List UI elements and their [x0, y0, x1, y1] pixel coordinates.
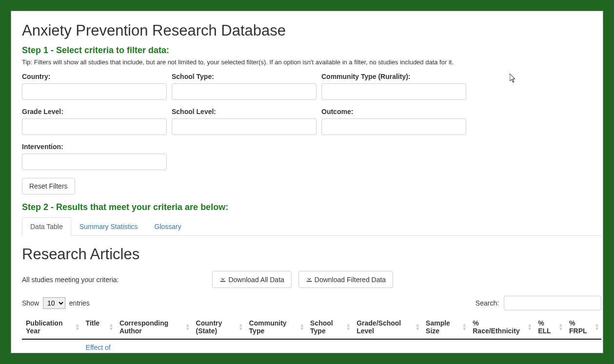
table-controls: Show 10 entries Search: [22, 296, 601, 310]
country-input[interactable] [22, 83, 167, 100]
search-input[interactable] [504, 296, 601, 310]
country-label: Country: [22, 73, 167, 80]
col-author[interactable]: Corresponding Author▲▼ [116, 315, 192, 339]
col-country[interactable]: Country (State)▲▼ [192, 315, 245, 339]
entries-label: entries [69, 299, 90, 307]
results-table: Publication Year▲▼ Title▲▼ Corresponding… [22, 315, 601, 353]
search-box: Search: [475, 296, 601, 310]
school-type-input[interactable] [172, 83, 317, 100]
download-filtered-button[interactable]: Download Filtered Data [298, 271, 393, 288]
step1-heading: Step 1 - Select criteria to filter data: [22, 45, 601, 56]
tab-glossary[interactable]: Glossary [146, 217, 190, 236]
sort-icon: ▲▼ [462, 323, 467, 331]
search-label: Search: [475, 299, 499, 307]
sort-icon: ▲▼ [415, 323, 420, 331]
school-level-label: School Level: [172, 108, 317, 115]
outcome-label: Outcome: [321, 108, 466, 115]
scroll-container[interactable]: Anxiety Prevention Research Database Ste… [11, 11, 603, 353]
app-window: Anxiety Prevention Research Database Ste… [11, 11, 603, 353]
show-entries: Show 10 entries [22, 297, 90, 309]
sort-icon: ▲▼ [238, 323, 243, 331]
sort-icon: ▲▼ [346, 323, 351, 331]
step1-tip: Tip: Filters will show all studies that … [22, 58, 601, 66]
grade-level-input[interactable] [22, 118, 167, 135]
tab-summary-statistics[interactable]: Summary Statistics [71, 217, 146, 236]
tabs: Data Table Summary Statistics Glossary [22, 217, 601, 236]
sort-icon: ▲▼ [185, 323, 190, 331]
filter-row-1: Country: School Type: Community Type (Ru… [22, 73, 601, 100]
article-title-link[interactable]: Effect of a [86, 344, 111, 353]
sort-icon: ▲▼ [299, 323, 304, 331]
step2-heading: Step 2 - Results that meet your criteria… [22, 202, 601, 212]
community-type-label: Community Type (Rurality): [321, 73, 466, 80]
filter-row-2: Grade Level: School Level: Outcome: [22, 108, 601, 135]
criteria-subtitle: All studies meeting your criteria: [22, 276, 119, 284]
download-icon [219, 275, 226, 284]
sort-icon: ▲▼ [109, 323, 114, 331]
col-school-type[interactable]: School Type▲▼ [306, 315, 353, 339]
show-label: Show [22, 299, 39, 307]
community-type-input[interactable] [321, 83, 466, 100]
col-community[interactable]: Community Type▲▼ [245, 315, 306, 339]
toolbar: All studies meeting your criteria: Downl… [22, 271, 601, 288]
school-type-label: School Type: [172, 73, 317, 80]
grade-level-label: Grade Level: [22, 108, 167, 115]
table-row: Effect of a [22, 339, 601, 353]
intervention-input[interactable] [22, 153, 167, 170]
col-title[interactable]: Title▲▼ [82, 315, 116, 339]
col-publication-year[interactable]: Publication Year▲▼ [22, 315, 82, 339]
download-all-label: Download All Data [228, 276, 284, 284]
col-ell[interactable]: % ELL▲▼ [534, 315, 565, 339]
col-grade-school[interactable]: Grade/School Level▲▼ [353, 315, 422, 339]
research-articles-title: Research Articles [22, 246, 601, 263]
download-icon [306, 275, 313, 284]
tab-data-table[interactable]: Data Table [22, 217, 71, 236]
filter-row-3: Intervention: [22, 143, 601, 170]
page-title: Anxiety Prevention Research Database [22, 22, 601, 39]
download-all-button[interactable]: Download All Data [212, 271, 291, 288]
download-filtered-label: Download Filtered Data [315, 276, 386, 284]
col-sample-size[interactable]: Sample Size▲▼ [422, 315, 469, 339]
sort-icon: ▲▼ [527, 323, 532, 331]
col-race[interactable]: % Race/Ethnicity▲▼ [469, 315, 534, 339]
outcome-input[interactable] [321, 118, 466, 135]
intervention-label: Intervention: [22, 143, 167, 151]
sort-icon: ▲▼ [594, 323, 599, 331]
school-level-input[interactable] [172, 118, 317, 135]
reset-filters-button[interactable]: Reset Filters [22, 178, 75, 194]
page-size-select[interactable]: 10 [43, 297, 65, 309]
sort-icon: ▲▼ [75, 323, 80, 331]
sort-icon: ▲▼ [558, 323, 563, 331]
col-frpl[interactable]: % FRPL▲▼ [565, 315, 601, 339]
